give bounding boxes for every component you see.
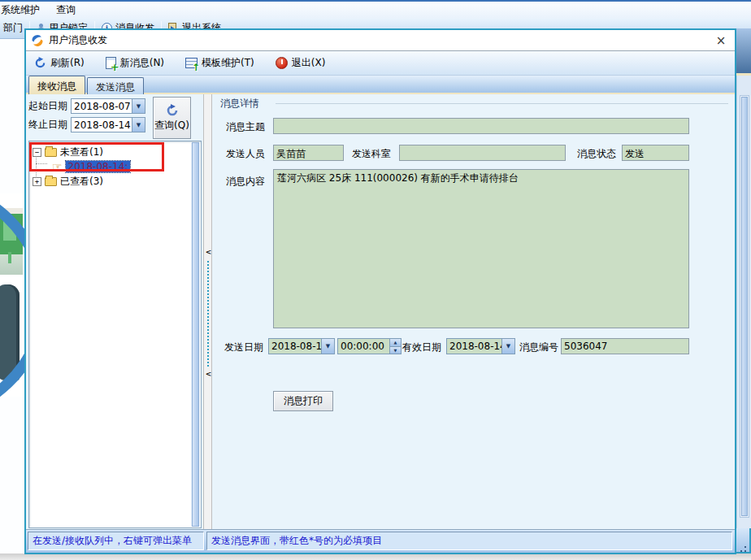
splitter-dotted-line [207, 261, 209, 367]
background-vertical-scrollbar[interactable] [740, 95, 749, 518]
sender-label: 发送人员 [226, 147, 265, 161]
query-button[interactable]: 查询(Q) [153, 97, 191, 139]
status-field[interactable]: 发送 [622, 145, 689, 161]
collapse-icon[interactable]: − [33, 148, 41, 157]
background-menubar: 系统维护 查询 [0, 0, 751, 18]
tree-node-label-selected[interactable]: 2018-08-14: [66, 161, 131, 172]
send-time-spinner[interactable]: 00:00:00 ▲ ▼ [337, 338, 402, 354]
chevron-down-icon[interactable]: ▼ [132, 118, 145, 132]
background-right-strip [736, 28, 751, 553]
query-refresh-icon [166, 104, 179, 117]
template-icon: ↑ [185, 58, 198, 68]
start-date-combo[interactable]: 2018-08-07 ▼ [71, 98, 145, 114]
chevron-down-icon[interactable]: ▼ [321, 339, 334, 354]
send-date-label: 发送日期 [224, 341, 263, 354]
wallpaper-fragment [0, 193, 24, 397]
panel-splitter[interactable]: < < [203, 94, 212, 529]
tree-node-label[interactable]: 已查看(3) [60, 175, 103, 189]
spin-down-icon[interactable]: ▼ [390, 347, 401, 354]
spin-up-icon[interactable]: ▲ [390, 339, 401, 347]
valid-date-label: 有效日期 [402, 341, 441, 354]
dialog-title: 用户消息收发 [49, 33, 707, 47]
resize-grip[interactable] [744, 546, 746, 548]
dept-label: 发送科室 [352, 147, 391, 161]
statusbar-left-panel: 在发送/接收队列中，右键可弹出菜单 [28, 532, 204, 550]
background-statusbar-edge [736, 528, 751, 553]
msg-no-field[interactable]: 5036047 [561, 338, 689, 354]
sender-field[interactable]: 吴苗苗 [273, 145, 344, 161]
app-sphere-icon [31, 34, 44, 47]
expand-icon[interactable]: + [33, 177, 41, 186]
content-field[interactable]: 莲河六病区 25床 111(000026) 有新的手术申请待排台 [273, 169, 689, 328]
exit-button[interactable]: 退出(X) [276, 56, 326, 70]
wallpaper-blue-arc [0, 193, 24, 397]
tree-node-unread[interactable]: − 未查看(1) [33, 145, 199, 159]
content-label: 消息内容 [226, 175, 265, 189]
msg-no-label: 消息编号 [519, 341, 558, 354]
menu-item-system-maintenance[interactable]: 系统维护 [0, 2, 48, 19]
close-icon[interactable]: × [712, 33, 730, 49]
tree-scrollbar-thumb[interactable] [192, 142, 199, 527]
folder-icon [45, 177, 57, 186]
subject-field[interactable] [273, 118, 689, 134]
dept-field[interactable] [399, 145, 566, 161]
tab-send-message[interactable]: 发送消息 [87, 77, 144, 94]
end-date-label: 终止日期 [28, 118, 67, 132]
status-label: 消息状态 [577, 147, 616, 161]
splitter-collapse-icon[interactable]: < [205, 249, 212, 256]
template-maintenance-button[interactable]: ↑ 模板维护(T) [185, 56, 254, 70]
statusbar-right-panel: 发送消息界面，带红色*号的为必填项目 [206, 532, 732, 550]
tree-node-selected-date[interactable]: ☞ 2018-08-14: [33, 159, 199, 174]
valid-date-combo[interactable]: 2018-08-14 ▼ [446, 338, 515, 354]
pointing-hand-icon: ☞ [52, 161, 63, 172]
message-tree: − 未查看(1) ☞ 2018-08-14: + 已查看(3) [28, 141, 202, 528]
tree-node-read[interactable]: + 已查看(3) [33, 174, 199, 189]
group-divider [276, 103, 728, 104]
power-icon [276, 57, 288, 69]
new-message-button[interactable]: + 新消息(N) [106, 56, 164, 70]
filter-and-tree-panel: 起始日期 2018-08-07 ▼ 终止日期 2018-08-14 ▼ [26, 94, 203, 529]
menu-item-query[interactable]: 查询 [48, 2, 84, 19]
dialog-toolbar: 刷新(R) + 新消息(N) ↑ 模板维护(T) 退出(X) [26, 51, 735, 76]
background-content-edge [736, 76, 751, 528]
folder-icon [45, 148, 57, 157]
background-toolbar-edge [736, 28, 751, 73]
new-message-icon: + [106, 57, 116, 69]
chevron-down-icon[interactable]: ▼ [501, 339, 514, 354]
group-title: 消息详情 [220, 97, 259, 111]
message-dialog: 用户消息收发 × 刷新(R) + 新消息(N) ↑ 模板维护(T) 退出( [24, 28, 736, 554]
dialog-body: 起始日期 2018-08-07 ▼ 终止日期 2018-08-14 ▼ [26, 94, 735, 529]
print-message-button[interactable]: 消息打印 [273, 391, 333, 411]
subject-label: 消息主题 [226, 120, 265, 134]
tree-node-label[interactable]: 未查看(1) [60, 145, 103, 159]
refresh-button[interactable]: 刷新(R) [34, 56, 85, 70]
screen: 系统维护 查询 部门 用户锁定 i 消息收发 退出系统 [0, 0, 751, 560]
scrollbar-thumb[interactable] [741, 97, 748, 516]
splitter-collapse-icon[interactable]: < [205, 371, 212, 378]
dialog-titlebar[interactable]: 用户消息收发 × [26, 30, 735, 51]
tree-scrollbar[interactable] [191, 142, 200, 527]
refresh-icon [34, 57, 46, 69]
start-date-label: 起始日期 [28, 99, 67, 113]
tab-receive-message[interactable]: 接收消息 [28, 76, 85, 94]
send-date-combo[interactable]: 2018-08-14 ▼ [268, 338, 335, 354]
tabstrip: 接收消息 发送消息 [26, 76, 735, 94]
end-date-combo[interactable]: 2018-08-14 ▼ [71, 117, 145, 132]
dialog-statusbar: 在发送/接收队列中，右键可弹出菜单 发送消息界面，带红色*号的为必填项目 [26, 529, 735, 553]
message-details-panel: 消息详情 消息主题 发送人员 吴苗苗 发送科室 消息状态 发送 消息内容 莲河六… [212, 94, 735, 529]
background-bottom-strip [0, 553, 751, 560]
chevron-down-icon[interactable]: ▼ [132, 99, 145, 113]
